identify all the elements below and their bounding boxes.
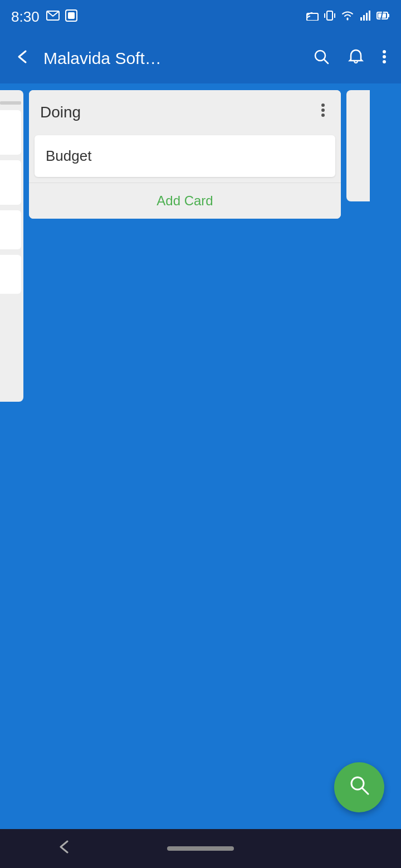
svg-point-21 (321, 108, 325, 112)
vibrate-icon (324, 9, 335, 24)
status-bar-left: 8:30 (11, 8, 77, 26)
svg-point-19 (383, 60, 386, 63)
svg-point-20 (321, 103, 325, 107)
wifi-icon (341, 11, 354, 23)
toolbar-title: Malavida Soft… (43, 49, 300, 68)
signal-icon (360, 11, 371, 23)
cast-icon (306, 11, 319, 23)
toolbar: Malavida Soft… (0, 33, 401, 83)
search-fab-icon (348, 774, 370, 801)
add-card-button[interactable]: Add Card (29, 183, 341, 219)
svg-line-16 (324, 60, 328, 63)
svg-line-24 (363, 788, 368, 794)
mail-icon (46, 11, 60, 23)
status-icons-right (306, 9, 390, 24)
card-title-budget: Budget (46, 147, 91, 164)
svg-point-22 (321, 114, 325, 117)
svg-point-17 (383, 50, 386, 53)
notification-button[interactable] (343, 44, 369, 73)
status-bar: 8:30 (0, 0, 401, 33)
add-card-label: Add Card (157, 193, 213, 209)
screen-record-icon (65, 9, 77, 24)
column-header: Doing (29, 90, 341, 134)
partial-card-4 (0, 255, 21, 294)
svg-point-18 (383, 55, 386, 58)
left-partial-column (0, 90, 23, 402)
more-options-button[interactable] (378, 44, 391, 73)
partial-card-1 (0, 110, 21, 155)
svg-rect-7 (360, 17, 362, 21)
status-icons-left (46, 9, 77, 24)
column-title: Doing (40, 103, 81, 121)
partial-card-3 (0, 210, 21, 249)
svg-rect-8 (363, 15, 365, 21)
svg-rect-10 (369, 11, 370, 21)
svg-rect-2 (68, 12, 75, 19)
bottom-nav-bar (0, 829, 401, 868)
nav-back-button[interactable] (40, 834, 89, 864)
column-menu-button[interactable] (316, 100, 330, 124)
search-toolbar-button[interactable] (309, 44, 334, 73)
svg-rect-12 (388, 14, 389, 17)
search-fab-button[interactable] (334, 762, 384, 812)
svg-rect-4 (327, 11, 332, 20)
svg-point-23 (351, 777, 364, 790)
status-time: 8:30 (11, 8, 40, 26)
right-partial-column (346, 90, 370, 201)
svg-rect-9 (366, 13, 368, 21)
home-pill[interactable] (167, 846, 234, 851)
card-budget[interactable]: Budget (35, 135, 335, 177)
battery-icon (376, 11, 390, 23)
board-main-content: Doing Budget Add Card (0, 83, 401, 829)
doing-column: Doing Budget Add Card (29, 90, 341, 219)
back-button[interactable] (10, 44, 35, 73)
partial-card-2 (0, 160, 21, 205)
